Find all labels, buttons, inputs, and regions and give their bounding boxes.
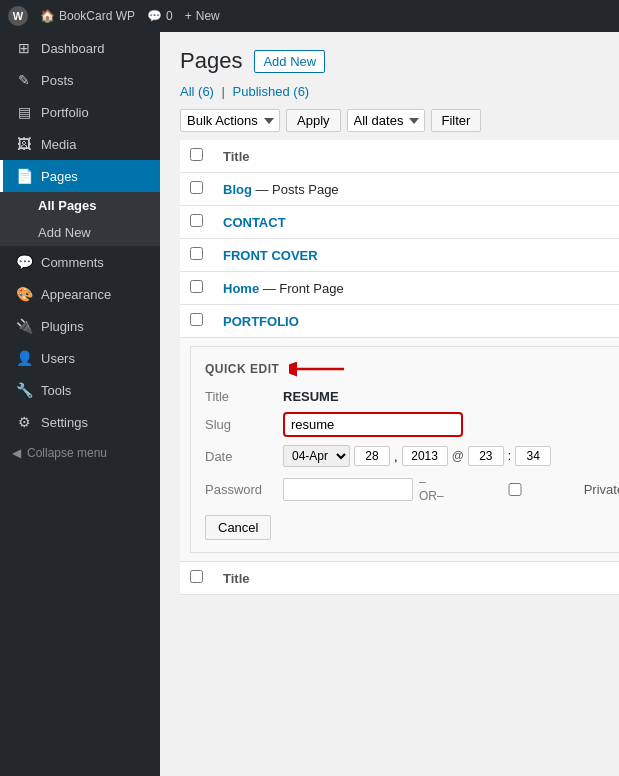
quick-edit-slug-field: Slug: [205, 412, 619, 437]
row-checkbox[interactable]: [190, 181, 203, 194]
password-label: Password: [205, 482, 275, 497]
published-filter-link[interactable]: Published (6): [233, 84, 310, 99]
contact-page-link[interactable]: CONTACT: [223, 215, 286, 230]
quick-edit-date-field: Date 04-Apr , @: [205, 445, 619, 467]
title-column-header: Title: [213, 140, 619, 173]
sidebar-item-pages[interactable]: 📄 Pages ◀: [0, 160, 160, 192]
sidebar-label-tools: Tools: [41, 383, 71, 398]
row-checkbox[interactable]: [190, 214, 203, 227]
comment-count: 0: [166, 9, 173, 23]
private-checkbox[interactable]: [450, 483, 580, 496]
plus-icon: +: [185, 9, 192, 23]
wp-logo-item[interactable]: W: [8, 6, 28, 26]
table-row: CONTACT: [180, 206, 619, 239]
date-inputs: 04-Apr , @ :: [283, 445, 551, 467]
cancel-button[interactable]: Cancel: [205, 515, 271, 540]
comments-icon: 💬: [15, 254, 33, 270]
sidebar-item-settings[interactable]: ⚙ Settings: [0, 406, 160, 438]
all-dates-select[interactable]: All dates: [347, 109, 425, 132]
filter-links: All (6) | Published (6): [180, 84, 599, 99]
at-label: @: [452, 449, 464, 463]
page-title-home: Home — Front Page: [223, 281, 344, 296]
table-header-row: Title: [180, 140, 619, 173]
title-label: Title: [205, 389, 275, 404]
sidebar-item-posts[interactable]: ✎ Posts: [0, 64, 160, 96]
sidebar-item-media[interactable]: 🖼 Media: [0, 128, 160, 160]
table-row: Blog — Posts Page: [180, 173, 619, 206]
table-row: PORTFOLIO: [180, 305, 619, 338]
colon-sep: :: [508, 449, 511, 463]
sidebar-item-portfolio[interactable]: ▤ Portfolio: [0, 96, 160, 128]
quick-edit-row: QUICK EDIT: [180, 338, 619, 562]
settings-icon: ⚙: [15, 414, 33, 430]
blog-page-link[interactable]: Blog: [223, 182, 252, 197]
sidebar-label-users: Users: [41, 351, 75, 366]
quick-edit-header: QUICK EDIT: [205, 359, 619, 379]
home-page-link[interactable]: Home: [223, 281, 259, 296]
sidebar-sub-add-new[interactable]: Add New: [0, 219, 160, 246]
sidebar-item-appearance[interactable]: 🎨 Appearance: [0, 278, 160, 310]
sidebar-item-users[interactable]: 👤 Users: [0, 342, 160, 374]
password-controls: –OR– Private: [283, 475, 619, 503]
posts-icon: ✎: [15, 72, 33, 88]
users-icon: 👤: [15, 350, 33, 366]
tools-icon: 🔧: [15, 382, 33, 398]
date-min-input[interactable]: [515, 446, 551, 466]
portfolio-icon: ▤: [15, 104, 33, 120]
quick-edit-cell: QUICK EDIT: [180, 338, 619, 562]
collapse-arrow-icon: ◀: [12, 446, 21, 460]
bulk-actions-select[interactable]: Bulk Actions: [180, 109, 280, 132]
sidebar-sub-all-pages[interactable]: All Pages: [0, 192, 160, 219]
collapse-label: Collapse menu: [27, 446, 107, 460]
dashboard-icon: ⊞: [15, 40, 33, 56]
site-name-item[interactable]: 🏠 BookCard WP: [40, 9, 135, 23]
private-label: Private: [584, 482, 619, 497]
title-value: RESUME: [283, 389, 339, 404]
quick-edit-actions: Cancel: [205, 515, 619, 540]
appearance-icon: 🎨: [15, 286, 33, 302]
slug-input[interactable]: [283, 412, 463, 437]
comments-item[interactable]: 💬 0: [147, 9, 173, 23]
password-input[interactable]: [283, 478, 413, 501]
row-checkbox[interactable]: [190, 247, 203, 260]
select-all-checkbox[interactable]: [190, 148, 203, 161]
sidebar-label-pages: Pages: [41, 169, 78, 184]
front-cover-page-link[interactable]: FRONT COVER: [223, 248, 318, 263]
date-day-input[interactable]: [354, 446, 390, 466]
page-title: Pages: [180, 48, 242, 74]
plugins-icon: 🔌: [15, 318, 33, 334]
row-checkbox[interactable]: [190, 313, 203, 326]
sidebar-item-dashboard[interactable]: ⊞ Dashboard: [0, 32, 160, 64]
add-new-button[interactable]: Add New: [254, 50, 325, 73]
sidebar-label-dashboard: Dashboard: [41, 41, 105, 56]
collapse-menu[interactable]: ◀ Collapse menu: [0, 438, 160, 468]
sidebar-item-comments[interactable]: 💬 Comments: [0, 246, 160, 278]
pages-icon: 📄: [15, 168, 33, 184]
sidebar-label-portfolio: Portfolio: [41, 105, 89, 120]
pages-submenu: All Pages Add New: [0, 192, 160, 246]
filter-button[interactable]: Filter: [431, 109, 482, 132]
date-month-select[interactable]: 04-Apr: [283, 445, 350, 467]
comma-sep: ,: [394, 449, 398, 464]
apply-button[interactable]: Apply: [286, 109, 341, 132]
table-footer-row: Title: [180, 562, 619, 595]
all-filter-link[interactable]: All (6): [180, 84, 214, 99]
new-item[interactable]: + New: [185, 9, 220, 23]
date-year-input[interactable]: [402, 446, 448, 466]
sidebar-item-tools[interactable]: 🔧 Tools: [0, 374, 160, 406]
table-row: FRONT COVER: [180, 239, 619, 272]
sidebar-item-plugins[interactable]: 🔌 Plugins: [0, 310, 160, 342]
footer-title-label: Title: [213, 562, 619, 595]
arrow-indicator: [289, 359, 349, 379]
wp-logo: W: [8, 6, 28, 26]
sidebar-label-settings: Settings: [41, 415, 88, 430]
footer-select-all-checkbox[interactable]: [190, 570, 203, 583]
main-layout: ⊞ Dashboard ✎ Posts ▤ Portfolio 🖼 Media …: [0, 32, 619, 776]
sidebar: ⊞ Dashboard ✎ Posts ▤ Portfolio 🖼 Media …: [0, 32, 160, 776]
row-checkbox[interactable]: [190, 280, 203, 293]
sidebar-label-media: Media: [41, 137, 76, 152]
date-hour-input[interactable]: [468, 446, 504, 466]
portfolio-page-link[interactable]: PORTFOLIO: [223, 314, 299, 329]
sidebar-label-posts: Posts: [41, 73, 74, 88]
sidebar-label-appearance: Appearance: [41, 287, 111, 302]
